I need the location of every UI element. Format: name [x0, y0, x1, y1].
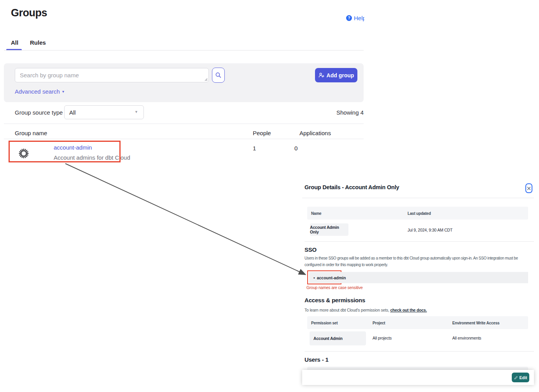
project-column-header: Project: [373, 321, 385, 325]
search-icon: [215, 72, 222, 78]
last-updated-value: Jul 9, 2024, 9:30 AM CDT: [408, 228, 452, 232]
access-permissions-description: To learn more about dbt Cloud's permissi…: [304, 308, 427, 312]
column-header-group-name: Group name: [15, 130, 47, 136]
group-applications-count: 0: [294, 145, 298, 152]
group-details-title: Group Details - Account Admin Only: [304, 184, 399, 190]
resize-grip-icon[interactable]: [204, 77, 208, 81]
showing-count: Showing 4: [336, 109, 364, 116]
search-input[interactable]: [15, 68, 209, 82]
help-label: Help: [354, 15, 364, 21]
group-name-link[interactable]: account-admin: [54, 144, 92, 151]
filter-table-divider: [4, 124, 364, 124]
details-footer-bar: [302, 370, 534, 385]
group-source-type-select[interactable]: All ▼: [64, 105, 144, 119]
annotation-arrow: [0, 0, 539, 392]
add-group-label: Add group: [327, 72, 354, 78]
details-divider: [304, 351, 534, 352]
sso-mapping-tag[interactable]: • account-admin: [313, 275, 346, 280]
advanced-search-toggle[interactable]: Advanced search ▾: [15, 88, 64, 95]
close-button[interactable]: [525, 183, 532, 193]
column-header-applications: Applications: [299, 130, 331, 136]
pencil-icon: [514, 376, 518, 380]
name-column-header: Name: [311, 211, 321, 216]
project-value: All projects: [373, 336, 392, 340]
sso-mapping-bar: • account-admin: [309, 272, 528, 283]
edit-button[interactable]: Edit: [512, 373, 529, 382]
caret-down-icon: ▾: [62, 89, 64, 94]
caret-down-icon: ▼: [135, 110, 138, 114]
group-sunburst-icon: [18, 147, 30, 160]
groups-page: Groups ? Help All Rules Add group Advanc…: [0, 0, 539, 392]
tab-rules[interactable]: Rules: [30, 39, 46, 46]
add-group-button[interactable]: Add group: [315, 68, 357, 82]
tabs-divider: [4, 50, 364, 51]
environment-write-access-value: All environments: [452, 336, 481, 340]
sso-description: Users in these SSO groups will be added …: [304, 255, 535, 268]
edit-label: Edit: [520, 375, 527, 380]
group-name-chip: Account Admin Only: [310, 223, 348, 236]
group-people-count: 1: [253, 145, 256, 152]
bullet-icon: •: [313, 275, 315, 280]
help-question-icon: ?: [346, 15, 352, 21]
sso-mapping-label: account-admin: [317, 275, 346, 280]
close-icon: [527, 186, 531, 190]
details-title-divider: [302, 198, 534, 198]
environment-write-access-column-header: Environment Write Access: [452, 321, 499, 325]
help-link[interactable]: ? Help: [346, 14, 364, 22]
tab-all[interactable]: All: [11, 39, 18, 46]
table-header-divider: [4, 139, 364, 139]
permission-set-column-header: Permission set: [311, 321, 338, 325]
column-header-people: People: [253, 130, 271, 136]
advanced-search-label: Advanced search: [15, 88, 60, 95]
docs-text: To learn more about dbt Cloud's permissi…: [304, 308, 390, 312]
users-heading: Users - 1: [304, 356, 329, 363]
case-sensitive-warning: Group names are case sensitive: [306, 285, 363, 290]
docs-link[interactable]: check out the docs.: [390, 308, 427, 312]
group-description: Account admins for dbt Cloud: [54, 154, 130, 161]
sso-heading: SSO: [304, 246, 317, 253]
last-updated-column-header: Last updated: [408, 211, 431, 216]
page-title: Groups: [11, 7, 47, 19]
search-button[interactable]: [212, 68, 225, 83]
group-source-type-value: All: [69, 109, 76, 116]
access-permissions-heading: Access & permissions: [304, 297, 365, 303]
permission-set-chip: Account Admin: [310, 331, 366, 345]
add-user-icon: [318, 72, 324, 78]
details-divider: [304, 241, 534, 242]
group-source-type-label: Group source type: [15, 109, 63, 116]
